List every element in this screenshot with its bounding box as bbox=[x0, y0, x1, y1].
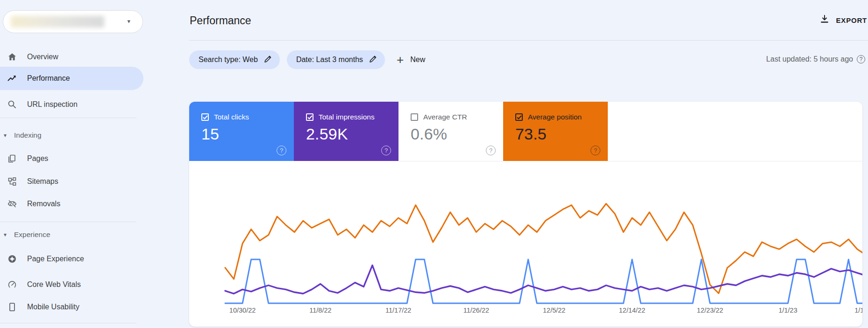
pages-copy-icon bbox=[7, 154, 17, 164]
last-updated-text: Last updated: 5 hours ago bbox=[766, 55, 853, 63]
section-collapse-caret-icon: ▾ bbox=[4, 231, 10, 238]
sitemaps-tree-icon bbox=[7, 176, 17, 187]
property-name-redacted bbox=[11, 16, 104, 28]
sidebar-item-overview[interactable]: Overview bbox=[0, 46, 143, 68]
series-line-total-impressions bbox=[225, 193, 862, 293]
date-range-chip[interactable]: Date: Last 3 months bbox=[287, 50, 385, 69]
chip-label: Search type: Web bbox=[199, 56, 258, 64]
sidebar-item-label: Pages bbox=[27, 154, 48, 163]
search-icon bbox=[7, 99, 17, 110]
sidebar-divider bbox=[0, 222, 136, 222]
speedometer-icon bbox=[7, 279, 17, 290]
sidebar-item-label: Removals bbox=[27, 200, 60, 208]
sidebar-item-pages[interactable]: Pages bbox=[0, 147, 143, 170]
sidebar-item-label: Page Experience bbox=[27, 255, 84, 263]
sidebar-item-url-inspection[interactable]: URL inspection bbox=[0, 93, 143, 116]
section-collapse-caret-icon: ▾ bbox=[4, 132, 10, 139]
performance-trend-icon bbox=[7, 73, 17, 84]
sidebar-item-label: Performance bbox=[27, 74, 70, 83]
series-line-average-position bbox=[225, 204, 862, 293]
x-axis-tick-label: 11/8/22 bbox=[309, 307, 331, 314]
page-title: Performance bbox=[190, 14, 251, 27]
sidebar: ▾ Overview Performance URL inspection ▾ … bbox=[0, 0, 144, 328]
new-filter-label: New bbox=[410, 56, 425, 64]
sidebar-item-label: Core Web Vitals bbox=[27, 280, 81, 289]
x-axis-tick-label: 12/14/22 bbox=[619, 307, 645, 314]
x-axis-tick-label: 12/23/22 bbox=[697, 307, 723, 314]
x-axis-tick-label: 1/10/23 bbox=[854, 307, 862, 314]
last-updated: Last updated: 5 hours ago ? bbox=[766, 55, 865, 63]
section-header-indexing[interactable]: ▾ Indexing bbox=[0, 128, 143, 142]
eye-off-icon bbox=[7, 199, 17, 209]
sidebar-item-core-web-vitals[interactable]: Core Web Vitals bbox=[0, 273, 143, 296]
dropdown-caret-icon: ▾ bbox=[127, 18, 130, 25]
sidebar-item-label: Overview bbox=[27, 53, 58, 61]
performance-chart[interactable]: 10/30/2211/8/2211/17/2211/26/2212/5/2212… bbox=[189, 102, 862, 327]
x-axis-tick-label: 11/26/22 bbox=[463, 307, 489, 314]
chip-label: Date: Last 3 months bbox=[296, 56, 363, 64]
performance-chart-card: Total clicks15?Total impressions2.59K?Av… bbox=[189, 102, 862, 327]
help-icon[interactable]: ? bbox=[857, 55, 865, 63]
x-axis-tick-label: 11/17/22 bbox=[385, 307, 411, 314]
sidebar-item-label: Mobile Usability bbox=[27, 303, 79, 311]
export-button[interactable]: EXPORT bbox=[819, 14, 867, 26]
sidebar-item-performance[interactable]: Performance bbox=[0, 67, 143, 90]
sidebar-divider bbox=[0, 118, 136, 118]
pencil-edit-icon bbox=[369, 55, 377, 65]
sidebar-divider bbox=[0, 323, 136, 323]
search-type-chip[interactable]: Search type: Web bbox=[189, 50, 280, 69]
sidebar-item-label: URL inspection bbox=[27, 100, 78, 109]
x-axis-tick-label: 10/30/22 bbox=[229, 307, 256, 314]
pencil-edit-icon bbox=[263, 55, 272, 65]
page-experience-star-icon bbox=[7, 254, 17, 264]
filter-row: Search type: Web Date: Last 3 months + N… bbox=[189, 50, 425, 69]
new-filter-button[interactable]: + New bbox=[397, 55, 425, 64]
property-selector[interactable]: ▾ bbox=[3, 10, 143, 33]
series-line-total-clicks bbox=[225, 259, 862, 303]
home-icon bbox=[7, 52, 17, 62]
sidebar-item-removals[interactable]: Removals bbox=[0, 193, 143, 215]
export-label: EXPORT bbox=[836, 16, 867, 24]
x-axis-tick-label: 12/5/22 bbox=[543, 307, 565, 314]
x-axis-tick-label: 1/1/23 bbox=[778, 307, 797, 314]
sidebar-item-mobile-usability[interactable]: Mobile Usability bbox=[0, 296, 143, 318]
mobile-phone-icon bbox=[7, 302, 17, 312]
header-divider bbox=[189, 40, 868, 41]
sidebar-item-sitemaps[interactable]: Sitemaps bbox=[0, 170, 143, 193]
sidebar-item-page-experience[interactable]: Page Experience bbox=[0, 248, 143, 270]
section-label: Experience bbox=[14, 230, 50, 239]
download-icon bbox=[819, 14, 830, 26]
section-header-experience[interactable]: ▾ Experience bbox=[0, 228, 143, 242]
sidebar-item-label: Sitemaps bbox=[27, 177, 58, 186]
plus-icon: + bbox=[397, 55, 404, 64]
section-label: Indexing bbox=[14, 131, 42, 140]
